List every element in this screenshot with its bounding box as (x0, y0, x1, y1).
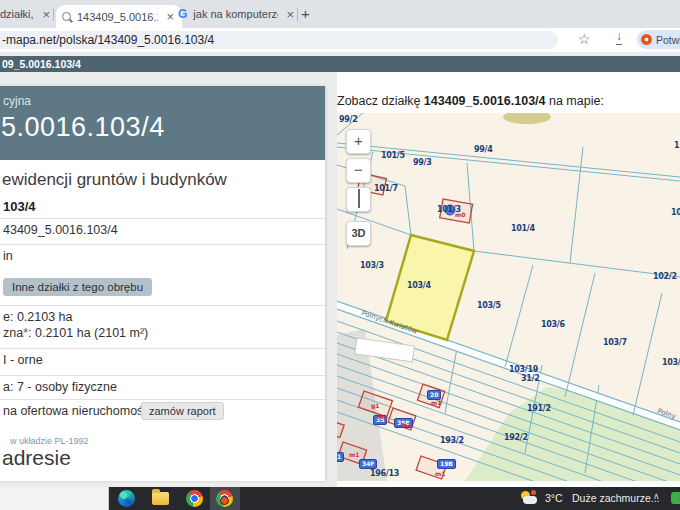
offer-label: na ofertowa nieruchomości: (3, 404, 156, 418)
parcel-card-header: cyjna 5.0016.103/4 (0, 86, 325, 160)
map-caption: Zobacz działkę 143409_5.0016.103/4 na ma… (337, 94, 604, 108)
divider (0, 375, 325, 376)
parcel-full-id: 43409_5.0016.103/4 (3, 223, 118, 237)
map-building-label: m0 (455, 211, 465, 218)
land-use: I - orne (3, 353, 43, 367)
parcel-info-card: cyjna 5.0016.103/4 ewidencji gruntów i b… (0, 86, 325, 481)
map-parcel-label: 196/13 (370, 469, 399, 478)
map-building-label: m1 (435, 470, 445, 477)
map-parcel-label: 102/2 (653, 272, 677, 281)
zoom-in-button[interactable]: + (346, 129, 371, 154)
map-parcel-label: 31/2 (521, 374, 539, 383)
layers-button[interactable] (346, 187, 371, 212)
tab-active-parcel[interactable]: 143409_5.0016.103/4 :: Działka × (56, 5, 182, 28)
map-parcel-label: 99/2 (339, 115, 357, 124)
weather-text[interactable]: Duże zachmurze... (572, 492, 660, 504)
address-section-heading: adresie (2, 446, 71, 470)
divider (0, 348, 325, 349)
map-parcel-label: 99/3 (413, 158, 431, 167)
other-parcels-button[interactable]: Inne działki z tego obrębu (3, 278, 152, 296)
map-address-marker[interactable]: 1 (337, 452, 344, 462)
tab-dzialki[interactable]: działki, loka × (0, 0, 52, 28)
windows-taskbar: 3°C Duże zachmurze... ∧ (0, 487, 680, 510)
map-building-label: m1 (377, 413, 387, 420)
map-parcel-label: 192/2 (504, 433, 528, 442)
zoom-out-button[interactable]: − (346, 158, 371, 183)
tab-title: 143409_5.0016.103/4 :: Działka (77, 11, 158, 23)
file-explorer-icon[interactable] (152, 492, 169, 505)
divider (0, 244, 325, 245)
map-label-layer: 99/2101/599/399/4101/7101/3101/4103/3103… (337, 113, 680, 481)
map-address-marker[interactable]: 34F (359, 459, 377, 469)
map-parcel-label: 103/5 (477, 301, 501, 310)
tab-title: jak na komputerze zrobić zrzu (193, 8, 278, 20)
area-graphic-value: : 0.2101 ha (2101 m²) (28, 326, 148, 340)
map-parcel-label: 103/19 (509, 365, 538, 374)
weather-icon[interactable] (520, 490, 538, 507)
map-parcel-label: 103/8 (662, 358, 680, 367)
map-address-marker[interactable]: 19B (437, 459, 456, 469)
area-graphic-prefix: zna (3, 326, 23, 340)
coordinate-system-footnote: w układzie PL-1992 (10, 436, 89, 446)
divider (0, 305, 325, 306)
parcel-location: in (3, 249, 13, 263)
google-favicon-icon: G (178, 7, 187, 21)
tray-shield-icon[interactable] (671, 492, 680, 504)
area-registry: e: 0.2103 ha (3, 310, 73, 324)
cadastral-map[interactable]: 99/2101/599/399/4101/7101/3101/4103/3103… (337, 113, 680, 481)
map-parcel-label: 1 (674, 141, 679, 150)
area-graphic: zna*: 0.2101 ha (2101 m²) (3, 326, 148, 340)
bookmark-star-icon[interactable]: ☆ (578, 31, 591, 47)
magnifier-favicon-icon (62, 12, 71, 21)
tab-title: działki, loka (0, 8, 34, 20)
caption-suffix: na mapie: (546, 94, 604, 108)
divider (0, 399, 325, 400)
map-parcel-label: 193/2 (440, 436, 464, 445)
card-header-parcel-id: 5.0016.103/4 (1, 112, 165, 143)
section-heading: ewidencji gruntów i budynków (2, 170, 227, 190)
register-group: a: 7 - osoby fizyczne (3, 380, 117, 394)
active-app-highlight[interactable] (210, 487, 240, 510)
address-bar[interactable]: -mapa.net/polska/143409_5.0016.103/4 (0, 31, 558, 49)
3d-view-button[interactable]: 3D (346, 221, 371, 246)
map-parcel-label: 101/4 (511, 224, 535, 233)
tab-close-icon[interactable]: × (284, 7, 296, 22)
tab-google-search[interactable]: G jak na komputerze zrobić zrzu × (178, 0, 296, 28)
map-parcel-label: 191/2 (527, 404, 551, 413)
parcel-number: 103/4 (3, 199, 36, 214)
profile-avatar-icon (641, 34, 652, 45)
site-header-bar: 09_5.0016.103/4 (0, 56, 680, 72)
taskbar-search-box[interactable] (0, 487, 109, 510)
temperature-text[interactable]: 3°C (545, 492, 563, 504)
tab-close-icon[interactable]: × (40, 7, 52, 22)
map-building-label: m1 (349, 451, 359, 458)
tab-close-icon[interactable]: × (164, 9, 176, 24)
map-parcel-label: 103/7 (603, 338, 627, 347)
browser-toolbar: -mapa.net/polska/143409_5.0016.103/4 ☆ ↓… (0, 28, 680, 52)
order-report-button[interactable]: zamów raport (141, 402, 224, 420)
tab-separator (297, 8, 298, 21)
download-icon[interactable]: ↓ (616, 31, 622, 45)
map-parcel-label: 103/4 (407, 281, 431, 290)
caption-parcel-id: 143409_5.0016.103/4 (424, 94, 546, 108)
map-parcel-label: 99/4 (474, 145, 492, 154)
url-text: -mapa.net/polska/143409_5.0016.103/4 (0, 33, 214, 47)
divider (0, 218, 325, 219)
weather-alert-icon (531, 490, 536, 495)
tray-chevron-icon[interactable]: ∧ (653, 491, 660, 501)
map-parcel-label: 101/5 (381, 151, 405, 160)
map-building-label: m1 (401, 421, 411, 428)
caption-prefix: Zobacz działkę (337, 94, 424, 108)
edge-icon[interactable] (118, 490, 135, 507)
map-street-label: Polnych Kwiatów (360, 309, 418, 336)
map-parcel-label: 103/3 (360, 261, 384, 270)
profile-chip[interactable]: Potwie (637, 30, 680, 49)
new-tab-button[interactable]: + (301, 5, 310, 22)
cloud-icon (523, 496, 537, 504)
map-street-label: Polny (656, 407, 676, 421)
tab-separator (53, 8, 54, 21)
map-building-label: m1 (431, 399, 441, 406)
map-building-label: g1 (371, 402, 379, 409)
notification-badge (220, 496, 229, 505)
chrome-icon[interactable] (186, 490, 203, 507)
